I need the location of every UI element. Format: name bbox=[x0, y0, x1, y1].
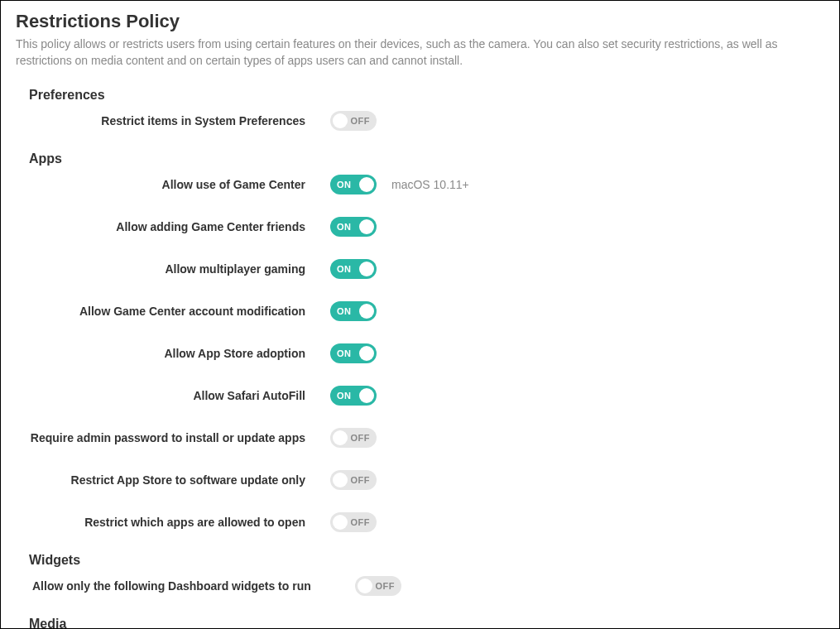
section-apps: Apps Allow use of Game Center ON macOS 1… bbox=[16, 151, 824, 532]
toggle-app-store-adoption[interactable]: ON bbox=[330, 343, 377, 363]
toggle-restrict-system-prefs[interactable]: OFF bbox=[330, 111, 377, 131]
label-gc-friends: Allow adding Game Center friends bbox=[16, 220, 330, 233]
toggle-require-admin-pw[interactable]: OFF bbox=[330, 428, 377, 448]
toggle-gc-friends[interactable]: ON bbox=[330, 217, 377, 237]
toggle-game-center[interactable]: ON bbox=[330, 175, 377, 194]
row-restrict-system-prefs: Restrict items in System Preferences OFF bbox=[16, 111, 824, 131]
toggle-knob bbox=[359, 219, 374, 234]
page-description: This policy allows or restricts users fr… bbox=[16, 36, 824, 70]
section-header-apps: Apps bbox=[29, 151, 824, 166]
toggle-knob bbox=[333, 430, 348, 445]
section-header-widgets: Widgets bbox=[29, 553, 824, 568]
toggle-state-label: ON bbox=[337, 348, 352, 358]
toggle-knob bbox=[359, 304, 374, 319]
toggle-knob bbox=[333, 113, 348, 128]
toggle-multiplayer[interactable]: ON bbox=[330, 259, 377, 279]
toggle-state-label: OFF bbox=[351, 116, 371, 126]
toggle-knob bbox=[333, 473, 348, 487]
label-restrict-system-prefs: Restrict items in System Preferences bbox=[16, 114, 330, 127]
label-game-center: Allow use of Game Center bbox=[16, 178, 330, 191]
label-app-store-adoption: Allow App Store adoption bbox=[16, 347, 330, 360]
toggle-restrict-app-store-updates[interactable]: OFF bbox=[330, 470, 377, 490]
page-title: Restrictions Policy bbox=[16, 11, 824, 32]
toggle-state-label: OFF bbox=[351, 433, 371, 443]
row-safari-autofill: Allow Safari AutoFill ON bbox=[16, 386, 824, 406]
section-preferences: Preferences Restrict items in System Pre… bbox=[16, 88, 824, 131]
row-multiplayer: Allow multiplayer gaming ON bbox=[16, 259, 824, 279]
toggle-state-label: ON bbox=[337, 222, 352, 232]
toggle-state-label: ON bbox=[337, 264, 352, 274]
section-media: Media bbox=[16, 617, 824, 629]
toggle-state-label: OFF bbox=[376, 581, 396, 591]
section-header-media: Media bbox=[29, 617, 824, 629]
toggle-state-label: ON bbox=[337, 306, 352, 316]
label-dashboard-widgets: Allow only the following Dashboard widge… bbox=[16, 579, 330, 593]
row-app-store-adoption: Allow App Store adoption ON bbox=[16, 343, 824, 363]
toggle-knob bbox=[359, 388, 374, 403]
toggle-state-label: ON bbox=[337, 391, 352, 401]
section-widgets: Widgets Allow only the following Dashboa… bbox=[16, 553, 824, 596]
toggle-dashboard-widgets[interactable]: OFF bbox=[355, 576, 401, 596]
row-restrict-app-store-updates: Restrict App Store to software update on… bbox=[16, 470, 824, 490]
row-restrict-apps-open: Restrict which apps are allowed to open … bbox=[16, 512, 824, 532]
toggle-gc-account-mod[interactable]: ON bbox=[330, 301, 377, 321]
toggle-knob bbox=[358, 579, 372, 593]
hint-game-center: macOS 10.11+ bbox=[391, 178, 469, 191]
label-multiplayer: Allow multiplayer gaming bbox=[16, 262, 330, 276]
toggle-state-label: ON bbox=[337, 180, 352, 190]
row-gc-friends: Allow adding Game Center friends ON bbox=[16, 217, 824, 237]
row-gc-account-mod: Allow Game Center account modification O… bbox=[16, 301, 824, 321]
label-gc-account-mod: Allow Game Center account modification bbox=[16, 305, 330, 318]
section-header-preferences: Preferences bbox=[29, 88, 824, 103]
toggle-restrict-apps-open[interactable]: OFF bbox=[330, 512, 377, 532]
toggle-safari-autofill[interactable]: ON bbox=[330, 386, 377, 406]
toggle-state-label: OFF bbox=[351, 475, 371, 485]
row-dashboard-widgets: Allow only the following Dashboard widge… bbox=[16, 576, 824, 596]
label-restrict-app-store-updates: Restrict App Store to software update on… bbox=[16, 473, 330, 487]
toggle-knob bbox=[359, 346, 374, 361]
label-safari-autofill: Allow Safari AutoFill bbox=[16, 389, 330, 402]
toggle-knob bbox=[359, 262, 374, 276]
toggle-state-label: OFF bbox=[351, 517, 371, 527]
label-require-admin-pw: Require admin password to install or upd… bbox=[16, 431, 330, 444]
row-game-center: Allow use of Game Center ON macOS 10.11+ bbox=[16, 175, 824, 194]
toggle-knob bbox=[359, 177, 374, 192]
label-restrict-apps-open: Restrict which apps are allowed to open bbox=[16, 516, 330, 529]
row-require-admin-pw: Require admin password to install or upd… bbox=[16, 428, 824, 448]
toggle-knob bbox=[333, 515, 348, 530]
